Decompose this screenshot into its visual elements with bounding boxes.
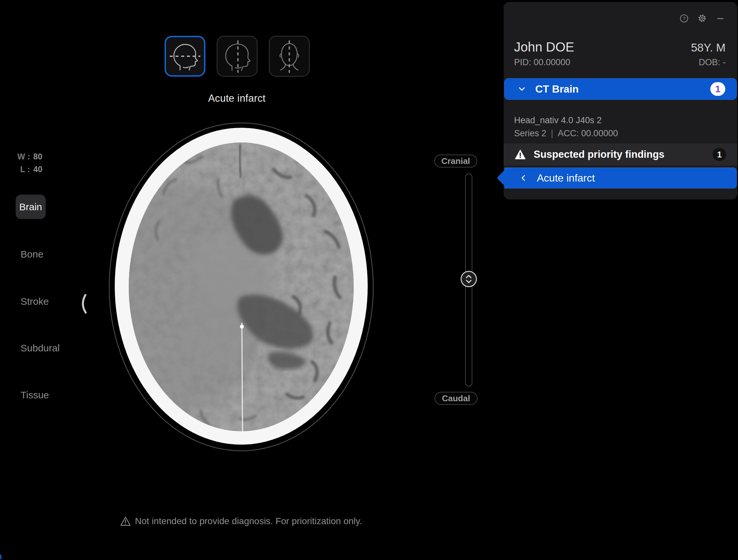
preset-subdural[interactable]: Subdural (21, 343, 60, 354)
settings-button[interactable] (698, 14, 707, 23)
disclaimer-text: Not intended to provide diagnosis. For p… (135, 516, 362, 526)
caudal-button[interactable]: Caudal (434, 392, 477, 405)
study-label: CT Brain (535, 83, 579, 95)
patient-pid: PID: 00.00000 (514, 57, 571, 67)
findings-count-badge: 1 (713, 148, 726, 161)
window-label: W : (17, 152, 30, 161)
axial-head-icon (166, 37, 204, 75)
finding-acute-infarct[interactable]: Acute infarct (504, 167, 737, 188)
patient-name: John DOE (514, 40, 575, 54)
panel-actions: ? (679, 14, 725, 23)
orientation-coronal-button[interactable] (269, 36, 310, 77)
chevron-left-icon (519, 173, 528, 183)
svg-text:?: ? (683, 16, 685, 21)
series-info: Head_nativ 4.0 J40s 2 Series 2|ACC: 00.0… (514, 115, 618, 138)
results-panel: ? John DOE 58Y. M PID: 00.00000 DOB: - C… (504, 2, 737, 199)
warning-icon (515, 149, 526, 160)
slice-scrollbar-handle[interactable] (461, 271, 477, 287)
cranial-label: Cranial (441, 156, 470, 166)
finding-label: Acute infarct (537, 172, 595, 184)
ct-axial-slice-image[interactable] (78, 114, 385, 460)
disclaimer: Not intended to provide diagnosis. For p… (120, 516, 362, 526)
study-header-ct-brain[interactable]: CT Brain 1 (504, 78, 737, 100)
patient-header: John DOE 58Y. M (514, 40, 726, 54)
series-separator: | (551, 128, 553, 138)
study-count-badge: 1 (710, 82, 725, 96)
window-value: 80 (33, 152, 42, 161)
preset-brain[interactable]: Brain (16, 194, 46, 219)
patient-dob: DOB: - (699, 57, 726, 67)
help-button[interactable]: ? (679, 14, 688, 23)
preset-bone[interactable]: Bone (21, 249, 43, 260)
patient-ids: PID: 00.00000 DOB: - (514, 57, 726, 67)
suspected-priority-findings-row[interactable]: Suspected priority findings 1 (504, 143, 737, 165)
gear-icon (698, 14, 707, 23)
preset-brain-label: Brain (19, 201, 42, 212)
warning-outline-icon (120, 516, 131, 526)
orientation-axial-button[interactable] (164, 36, 206, 77)
level-label: L : (17, 165, 30, 174)
slice-finding-title: Acute infarct (164, 93, 309, 104)
bottom-left-accent (0, 554, 2, 559)
chevron-down-icon (517, 84, 527, 94)
minimize-icon (716, 14, 725, 22)
orientation-sagittal-button[interactable] (217, 36, 258, 77)
series-description: Head_nativ 4.0 J40s 2 (514, 115, 618, 125)
coronal-head-icon (270, 36, 309, 76)
level-value: 40 (33, 165, 42, 174)
cranial-button[interactable]: Cranial (434, 154, 477, 167)
findings-label: Suspected priority findings (533, 149, 664, 160)
help-icon: ? (680, 14, 688, 23)
minimize-button[interactable] (716, 14, 725, 23)
patient-age-sex: 58Y. M (691, 41, 726, 54)
sagittal-head-icon (218, 36, 257, 76)
series-accession: ACC: 00.00000 (558, 128, 618, 138)
preset-stroke[interactable]: Stroke (21, 296, 49, 307)
scroll-updown-icon (464, 274, 473, 284)
caudal-label: Caudal (442, 394, 470, 404)
series-number: Series 2 (514, 128, 546, 138)
preset-tissue[interactable]: Tissue (21, 390, 49, 401)
window-level-readout: W : 80 L : 40 (17, 152, 42, 177)
